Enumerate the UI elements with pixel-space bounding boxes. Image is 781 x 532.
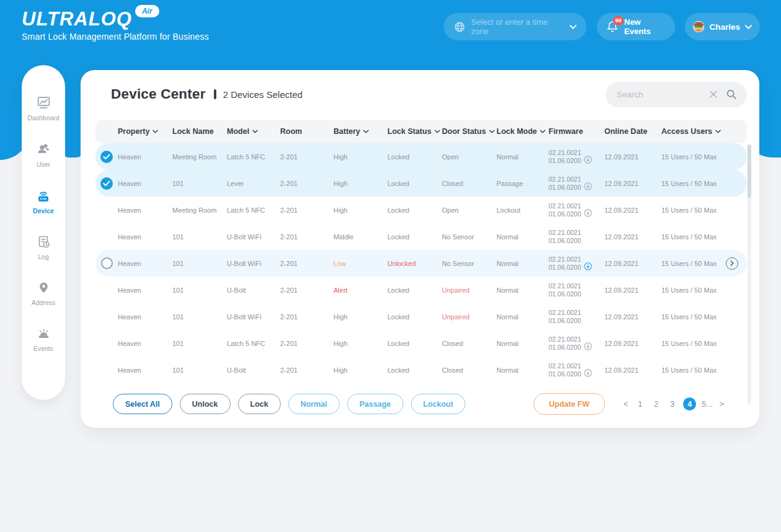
cell-firmware: 02.21.002101.06.0200 (549, 149, 604, 164)
firmware-update-icon[interactable] (584, 369, 592, 377)
next-page-button[interactable]: > (718, 400, 725, 409)
row-checkbox-unchecked[interactable] (101, 257, 113, 269)
column-header-online-date: Online Date (604, 127, 661, 136)
cell-access-users: 15 Users / 50 Max (661, 340, 726, 347)
passage-button[interactable]: Passage (347, 394, 404, 414)
firmware-update-icon[interactable] (584, 182, 592, 190)
cell-online-date: 12.09.2021 (604, 206, 661, 214)
row-checkbox-checked[interactable] (100, 151, 113, 163)
firmware-update-icon[interactable] (584, 209, 592, 217)
scrollbar-thumb[interactable] (748, 144, 751, 198)
sidebar-item-user[interactable]: User (22, 141, 65, 168)
lockout-button[interactable]: Lockout (411, 394, 466, 414)
cell-lock-status: Locked (387, 286, 442, 294)
cell-access-users: 15 Users / 50 Max (661, 366, 726, 374)
normal-button[interactable]: Normal (288, 394, 340, 414)
page-3[interactable]: 3 (667, 397, 677, 410)
column-header-lock-mode[interactable]: Lock Mode (496, 127, 549, 136)
column-header-access-users[interactable]: Access Users (661, 127, 726, 136)
search-input[interactable] (616, 89, 701, 100)
new-events-button[interactable]: 99 New Events (597, 13, 675, 40)
table-row[interactable]: Heaven101U-Bolt WiFi2-201LowUnlockedNo S… (95, 250, 747, 277)
cell-room: 2-201 (280, 180, 333, 187)
column-header-lock-name: Lock Name (172, 127, 227, 136)
table-row[interactable]: Heaven101Lever2-201HighLockedClosedPassa… (95, 170, 747, 197)
cell-online-date: 12.09.2021 (604, 340, 661, 347)
cell-model: Latch 5 NFC (227, 153, 280, 161)
logo-air-badge: Air (135, 5, 159, 17)
firmware-version: 02.21.002101.06.0200 (549, 282, 581, 298)
sort-chevron-icon (363, 130, 369, 133)
cell-access-users: 15 Users / 50 Max (661, 313, 726, 321)
firmware-update-icon[interactable] (584, 156, 592, 164)
column-label: Battery (333, 127, 360, 136)
row-checkbox-checked[interactable] (100, 177, 113, 190)
cell-battery: High (333, 180, 387, 187)
dashboard-icon (36, 95, 51, 110)
sidebar-item-address[interactable]: Address (22, 280, 65, 306)
notification-badge: 99 (613, 16, 624, 25)
cell-lock-status: Unlocked (387, 260, 442, 267)
column-label: Lock Name (172, 127, 214, 136)
column-header-model[interactable]: Model (227, 127, 280, 136)
column-label: Access Users (661, 127, 712, 136)
page-5[interactable]: 5... (702, 397, 712, 410)
page-4[interactable]: 4 (683, 397, 696, 410)
title-separator (214, 89, 216, 99)
user-menu[interactable]: Charles (685, 13, 760, 40)
table-row[interactable]: Heaven101U-Bolt WiFi2-201HighLockedUnpai… (95, 303, 747, 330)
cell-lock-name: 101 (172, 313, 227, 321)
cell-lock-name: 101 (172, 233, 227, 241)
sidebar-item-device[interactable]: Device (22, 188, 65, 215)
table-row[interactable]: Heaven101Latch 5 NFC2-201HighLockedClose… (95, 330, 747, 357)
column-header-property[interactable]: Property (118, 127, 172, 136)
cell-access-users: 15 Users / 50 Max (661, 180, 726, 187)
search-box[interactable] (606, 82, 747, 107)
column-header-door-status[interactable]: Door Status (442, 127, 496, 136)
table-row[interactable]: Heaven101U-Bolt2-201HighLockedClosedNorm… (95, 357, 747, 383)
unlock-button[interactable]: Unlock (180, 394, 231, 414)
firmware-update-icon[interactable] (584, 342, 592, 350)
column-label: Door Status (442, 127, 486, 136)
select-all-button[interactable]: Select All (113, 394, 172, 414)
cell-lock-status: Locked (387, 340, 442, 347)
table-row[interactable]: Heaven101U-Bolt WiFi2-201MiddleLockedNo … (95, 223, 747, 250)
cell-lock-mode: Normal (496, 233, 549, 241)
table-row[interactable]: HeavenMeeting RoomLatch 5 NFC2-201HighLo… (95, 197, 747, 223)
column-header-battery[interactable]: Battery (333, 127, 387, 136)
column-label: Property (118, 127, 149, 136)
timezone-select[interactable]: Select or enter a time zone (444, 13, 586, 40)
search-icon[interactable] (726, 89, 737, 100)
firmware-update-icon[interactable] (584, 262, 592, 270)
scrollbar-track[interactable] (748, 144, 751, 405)
sidebar-item-label: Log (38, 253, 49, 260)
lock-button[interactable]: Lock (238, 394, 281, 414)
cell-lock-name: 101 (172, 366, 227, 374)
firmware-version: 02.21.002101.06.0200 (549, 309, 581, 324)
cell-room: 2-201 (280, 206, 333, 214)
sidebar-item-log[interactable]: Log (22, 234, 65, 260)
column-header-lock-status[interactable]: Lock Status (387, 127, 442, 136)
clear-search-icon[interactable] (710, 91, 717, 98)
page-title: Device Center (111, 86, 206, 102)
row-detail-chevron[interactable] (726, 257, 738, 270)
update-fw-button[interactable]: Update FW (534, 393, 605, 415)
cell-property: Heaven (118, 313, 172, 321)
cell-property: Heaven (118, 366, 172, 374)
sidebar-item-dashboard[interactable]: Dashboard (22, 95, 65, 122)
table-row[interactable]: HeavenMeeting RoomLatch 5 NFC2-201HighLo… (95, 143, 747, 170)
sidebar-item-events[interactable]: Events (22, 326, 65, 352)
table-row[interactable]: Heaven101U-Bolt2-201AlertLockedUnpairedN… (95, 277, 747, 303)
cell-firmware: 02.21.002101.06.0200 (549, 362, 604, 378)
firmware-version: 02.21.002101.06.0200 (549, 202, 581, 218)
prev-page-button[interactable]: < (622, 400, 629, 409)
page-1[interactable]: 1 (635, 397, 645, 410)
column-label: Lock Status (387, 127, 431, 136)
cell-room: 2-201 (280, 366, 333, 374)
page-2[interactable]: 2 (651, 397, 661, 410)
column-header-room: Room (280, 127, 333, 136)
cell-property: Heaven (118, 340, 172, 347)
cell-door-status: Closed (442, 366, 496, 374)
sort-chevron-icon (435, 130, 440, 133)
cell-model: U-Bolt WiFi (227, 260, 280, 267)
